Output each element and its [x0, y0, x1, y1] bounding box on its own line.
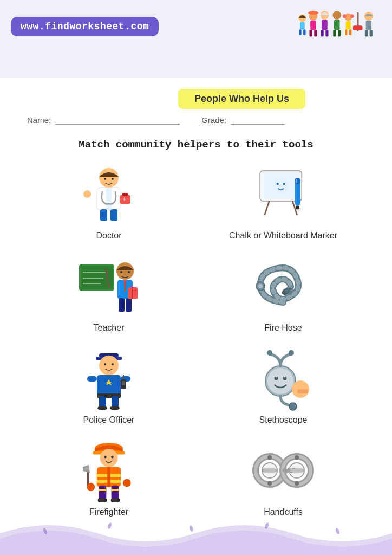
- svg-point-122: [123, 479, 131, 487]
- svg-point-68: [128, 271, 130, 273]
- svg-rect-27: [366, 21, 372, 30]
- svg-rect-17: [338, 30, 341, 36]
- svg-point-134: [295, 481, 299, 486]
- svg-rect-53: [296, 179, 297, 183]
- police-image: [76, 346, 141, 411]
- list-item: Firefighter: [22, 433, 196, 525]
- svg-rect-19: [346, 21, 351, 30]
- svg-rect-119: [111, 498, 120, 502]
- svg-point-67: [120, 271, 122, 273]
- svg-point-23: [350, 14, 354, 18]
- svg-point-92: [267, 368, 293, 394]
- bottom-wave: [0, 512, 392, 555]
- name-underline[interactable]: [55, 115, 180, 125]
- doctor-image: +: [76, 162, 141, 227]
- svg-rect-32: [106, 188, 112, 210]
- police-label: Police Officer: [83, 415, 135, 425]
- svg-point-89: [97, 406, 107, 410]
- svg-point-97: [289, 403, 297, 410]
- svg-line-45: [265, 201, 270, 215]
- svg-point-121: [87, 483, 95, 491]
- svg-point-109: [112, 457, 117, 462]
- svg-point-76: [99, 356, 119, 375]
- svg-rect-116: [99, 489, 107, 491]
- svg-point-59: [116, 262, 134, 280]
- handcuffs-image: [251, 438, 316, 503]
- svg-rect-118: [98, 498, 107, 502]
- svg-rect-13: [325, 30, 328, 36]
- name-label: Name:: [27, 115, 51, 125]
- svg-point-90: [110, 406, 120, 410]
- svg-rect-20: [345, 29, 347, 35]
- svg-point-127: [267, 455, 272, 460]
- svg-rect-99: [297, 382, 302, 390]
- list-item: Handcuffs: [196, 433, 370, 525]
- svg-rect-100: [297, 389, 308, 393]
- grade-label: Grade:: [201, 115, 226, 125]
- svg-rect-113: [107, 467, 110, 487]
- title-banner: People Who Help Us: [178, 89, 305, 109]
- svg-point-95: [267, 350, 272, 356]
- svg-rect-28: [365, 30, 368, 36]
- list-item: Stethoscope: [196, 340, 370, 433]
- svg-point-78: [112, 363, 114, 365]
- svg-point-77: [104, 363, 106, 365]
- instruction-text: Match community helpers to their tools: [0, 139, 392, 151]
- page-title: People Who Help Us: [194, 93, 289, 104]
- svg-rect-11: [322, 20, 328, 30]
- svg-rect-136: [290, 469, 304, 472]
- svg-point-128: [267, 481, 272, 486]
- svg-rect-62: [119, 298, 125, 312]
- svg-rect-63: [126, 298, 132, 312]
- svg-point-133: [295, 455, 299, 460]
- svg-rect-2: [299, 29, 301, 35]
- website-banner: www.findworksheet.com: [11, 17, 159, 36]
- svg-text:+: +: [123, 196, 126, 202]
- svg-rect-34: [110, 209, 117, 221]
- svg-rect-9: [311, 11, 315, 14]
- svg-point-37: [83, 190, 91, 198]
- svg-rect-5: [310, 21, 316, 30]
- svg-rect-16: [333, 30, 336, 36]
- website-url: www.findworksheet.com: [21, 21, 149, 32]
- svg-point-14: [332, 11, 341, 20]
- svg-rect-84: [87, 376, 97, 382]
- svg-point-72: [258, 284, 263, 288]
- svg-point-96: [289, 350, 294, 356]
- svg-rect-33: [100, 209, 107, 221]
- svg-point-49: [283, 183, 285, 185]
- svg-point-102: [284, 376, 286, 378]
- doctor-label: Doctor: [96, 231, 121, 241]
- svg-point-101: [276, 376, 277, 378]
- teacher-image: [76, 254, 141, 319]
- svg-rect-51: [295, 178, 300, 184]
- svg-rect-52: [296, 205, 299, 209]
- svg-rect-29: [370, 30, 373, 36]
- name-field: Name:: [27, 115, 180, 125]
- stethoscope-image: [251, 346, 316, 411]
- teacher-label: Teacher: [94, 323, 125, 333]
- firefighter-image: [76, 438, 141, 503]
- svg-point-48: [277, 183, 279, 185]
- svg-rect-21: [349, 29, 351, 35]
- svg-rect-114: [99, 486, 107, 500]
- svg-rect-25: [353, 25, 363, 30]
- svg-rect-7: [314, 30, 317, 36]
- grade-underline[interactable]: [231, 115, 285, 125]
- svg-point-42: [112, 178, 114, 180]
- svg-point-41: [104, 178, 106, 180]
- people-illustration: [295, 8, 381, 46]
- svg-point-22: [343, 14, 347, 18]
- header: www.findworksheet.com: [0, 0, 392, 51]
- svg-rect-3: [303, 29, 305, 35]
- svg-rect-1: [300, 22, 305, 29]
- svg-point-47: [272, 177, 289, 194]
- list-item: + Doctor: [22, 156, 196, 248]
- svg-rect-135: [263, 469, 277, 472]
- svg-point-108: [101, 457, 106, 462]
- svg-rect-15: [334, 20, 340, 30]
- svg-rect-117: [112, 489, 119, 491]
- svg-rect-115: [112, 486, 119, 500]
- svg-rect-6: [310, 30, 312, 36]
- list-item: Fire Hose: [196, 248, 370, 340]
